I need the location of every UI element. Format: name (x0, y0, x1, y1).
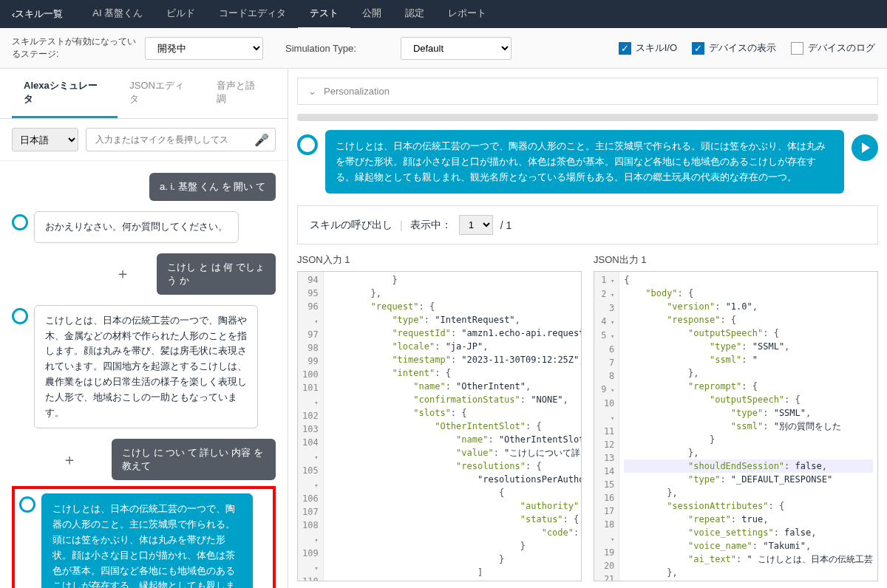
utterance-box: 🎤 (86, 128, 276, 151)
page-total: / 1 (500, 219, 512, 231)
toggle-label: デバイスのログ (808, 41, 875, 55)
sim-tab-2[interactable]: 音声と語調 (205, 69, 276, 118)
json-input-title: JSON入力 1 (297, 253, 582, 267)
alexa-message: こけしとは、日本の伝統工芸の一つで、陶器や木、金属などの材料で作られた人形のこと… (12, 305, 276, 429)
nav-tabs: AI 基盤くんビルドコードエディタテスト公開認定レポート (81, 0, 498, 30)
alexa-ring-icon (297, 134, 318, 155)
personalization-panel[interactable]: ⌄ Personalization (297, 78, 878, 105)
toggle-2[interactable]: デバイスのログ (791, 41, 875, 55)
back-label: スキル一覧 (15, 7, 63, 21)
add-row: ＋こけし に つい て 詳しい 内容 を 教えて (12, 439, 276, 480)
nav-tab-4[interactable]: 公開 (350, 0, 393, 30)
main-area: AlexaシミュレータJSONエディタ音声と語調 日本語 🎤 a. i. 基盤 … (0, 69, 887, 588)
response-bubble: こけしとは、日本の伝統工芸の一つで、陶器の人形のこと。主に茨城県で作られる。頭に… (325, 130, 844, 194)
nav-tab-0[interactable]: AI 基盤くん (81, 0, 154, 30)
nav-tab-5[interactable]: 認定 (393, 0, 436, 30)
alexa-message: おかえりなさい。何か質問してください。 (12, 211, 276, 243)
bubble: こけしとは、日本の伝統工芸の一つで、陶器や木、金属などの材料で作られた人形のこと… (34, 305, 258, 429)
checkbox-icon: ✓ (692, 42, 704, 55)
utterance-input[interactable] (92, 129, 254, 151)
checkbox-icon (791, 42, 803, 55)
simulator-tabs: AlexaシミュレータJSONエディタ音声と語調 (0, 69, 288, 119)
sim-tab-0[interactable]: Alexaシミュレータ (12, 69, 118, 118)
bubble: こけし と は 何 でしょう か (157, 253, 276, 295)
showing-label: 表示中： (410, 219, 452, 232)
play-button[interactable] (852, 134, 878, 161)
highlighted-response: こけしとは、日本の伝統工芸の一つで、陶器の人形のこと。主に茨城県で作られる。頭に… (12, 486, 276, 588)
nav-tab-2[interactable]: コードエディタ (207, 0, 298, 30)
chat-area: a. i. 基盤 くん を 開い て おかえりなさい。何か質問してください。 ＋… (0, 161, 288, 588)
chevron-down-icon: ⌄ (308, 86, 316, 97)
page-select[interactable]: 1 (459, 215, 493, 235)
toggle-label: スキルI/O (636, 41, 677, 55)
toggle-0[interactable]: ✓スキルI/O (619, 41, 677, 55)
json-input-panel: JSON入力 1 9495969798991001011021031041051… (297, 253, 582, 581)
personalization-label: Personalization (324, 86, 390, 97)
nav-tab-6[interactable]: レポート (436, 0, 498, 30)
scrollbar[interactable] (297, 114, 878, 121)
lang-select[interactable]: 日本語 (12, 128, 78, 151)
alexa-ring-icon (19, 496, 35, 513)
json-input-code[interactable]: 9495969798991001011021031041051061071081… (297, 271, 582, 581)
nav-tab-3[interactable]: テスト (298, 0, 350, 30)
bubble: おかえりなさい。何か質問してください。 (34, 211, 239, 243)
alexa-ring-icon (12, 214, 28, 230)
toggle-1[interactable]: ✓デバイスの表示 (692, 41, 776, 55)
input-row: 日本語 🎤 (0, 119, 288, 161)
alexa-message: こけしとは、日本の伝統工芸の一つで、陶器の人形のこと。主に茨城県で作られる。頭に… (19, 493, 268, 588)
bubble: a. i. 基盤 くん を 開い て (149, 173, 276, 201)
sim-type-label: Simulation Type: (285, 43, 356, 54)
checkbox-icon: ✓ (619, 42, 631, 55)
stage-select[interactable]: 開発中 (145, 37, 263, 60)
toggle-label: デバイスの表示 (709, 41, 776, 55)
invoke-title: スキルの呼び出し (310, 219, 392, 232)
sim-type-select[interactable]: Default (401, 37, 512, 60)
mic-icon[interactable]: 🎤 (254, 133, 269, 147)
alexa-ring-icon (12, 308, 28, 324)
json-output-code[interactable]: 1234567891011121314151617181920212223242… (594, 271, 878, 581)
back-link[interactable]: ‹ スキル一覧 (12, 7, 63, 21)
add-row: ＋こけし と は 何 でしょう か (12, 253, 276, 295)
response-row: こけしとは、日本の伝統工芸の一つで、陶器の人形のこと。主に茨城県で作られる。頭に… (297, 130, 878, 194)
plus-icon[interactable]: ＋ (62, 450, 77, 470)
right-panel: ⌄ Personalization こけしとは、日本の伝統工芸の一つで、陶器の人… (288, 69, 887, 588)
toggle-group: ✓スキルI/O✓デバイスの表示デバイスのログ (619, 41, 875, 55)
plus-icon[interactable]: ＋ (115, 264, 130, 284)
bubble: こけしとは、日本の伝統工芸の一つで、陶器の人形のこと。主に茨城県で作られる。頭に… (41, 493, 253, 588)
nav-tab-1[interactable]: ビルド (154, 0, 207, 30)
sub-bar: スキルテストが有効になっているステージ: 開発中 Simulation Type… (0, 28, 887, 69)
json-output-panel: JSON出力 1 1234567891011121314151617181920… (594, 253, 878, 581)
invoke-bar: スキルの呼び出し | 表示中： 1 / 1 (297, 205, 878, 245)
stage-label: スキルテストが有効になっているステージ: (12, 35, 137, 61)
top-nav: ‹ スキル一覧 AI 基盤くんビルドコードエディタテスト公開認定レポート (0, 0, 887, 28)
bubble: こけし に つい て 詳しい 内容 を 教えて (112, 439, 276, 480)
json-panels: JSON入力 1 9495969798991001011021031041051… (288, 245, 887, 588)
user-message: a. i. 基盤 くん を 開い て (12, 173, 276, 201)
left-panel: AlexaシミュレータJSONエディタ音声と語調 日本語 🎤 a. i. 基盤 … (0, 69, 288, 588)
json-output-title: JSON出力 1 (594, 253, 878, 267)
sim-tab-1[interactable]: JSONエディタ (118, 69, 205, 118)
